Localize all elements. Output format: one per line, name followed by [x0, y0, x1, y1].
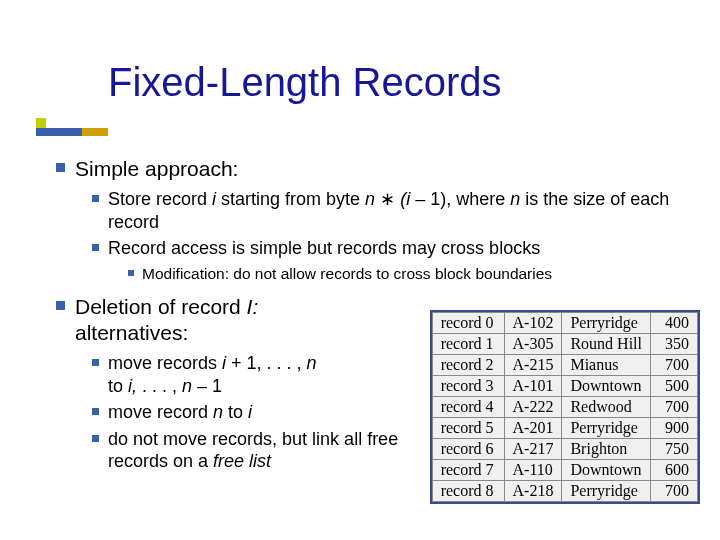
cell-acct: A-110 — [504, 460, 562, 481]
var-i: i — [222, 353, 231, 373]
var-I: I: — [247, 295, 259, 318]
table-row: record 5A-201Perryridge900 — [432, 418, 697, 439]
cell-branch: Perryridge — [562, 418, 651, 439]
records-table: record 0A-102Perryridge400record 1A-305R… — [430, 310, 700, 504]
cell-branch: Perryridge — [562, 481, 651, 502]
section1-item2: Record access is simple but records may … — [108, 237, 540, 260]
table-row: record 2A-215Mianus700 — [432, 355, 697, 376]
section1-item1: Store record i starting from byte n ∗ (i… — [108, 188, 682, 233]
section1-item2a: Modification: do not allow records to cr… — [142, 264, 552, 284]
cell-balance: 700 — [651, 481, 698, 502]
cell-label: record 7 — [432, 460, 504, 481]
text: – 1), where — [415, 189, 510, 209]
bullet-icon — [92, 435, 99, 442]
table-row: record 6A-217Brighton750 — [432, 439, 697, 460]
cell-branch: Mianus — [562, 355, 651, 376]
deco-blue-bar — [36, 128, 82, 136]
text: . . . , — [142, 376, 182, 396]
bullet-icon — [92, 195, 99, 202]
cell-branch: Brighton — [562, 439, 651, 460]
cell-branch: Downtown — [562, 376, 651, 397]
cell-acct: A-218 — [504, 481, 562, 502]
bullet-icon — [92, 244, 99, 251]
cell-label: record 2 — [432, 355, 504, 376]
cell-balance: 400 — [651, 313, 698, 334]
var-n: n — [213, 402, 228, 422]
cell-label: record 5 — [432, 418, 504, 439]
text: starting from byte — [221, 189, 365, 209]
table-row: record 4A-222Redwood700 — [432, 397, 697, 418]
text: Deletion of record — [75, 295, 247, 318]
var-i: i — [212, 189, 221, 209]
var-n: n — [510, 189, 525, 209]
cell-balance: 350 — [651, 334, 698, 355]
cell-label: record 1 — [432, 334, 504, 355]
var-n: n — [182, 376, 197, 396]
cell-acct: A-305 — [504, 334, 562, 355]
cell-balance: 750 — [651, 439, 698, 460]
cell-acct: A-102 — [504, 313, 562, 334]
bullet-icon — [92, 408, 99, 415]
var-i: i, — [128, 376, 142, 396]
cell-branch: Downtown — [562, 460, 651, 481]
cell-label: record 3 — [432, 376, 504, 397]
cell-label: record 8 — [432, 481, 504, 502]
cell-label: record 0 — [432, 313, 504, 334]
cell-acct: A-201 — [504, 418, 562, 439]
section2-item1: move records i + 1, . . . , n to i, . . … — [108, 352, 448, 397]
cell-balance: 900 — [651, 418, 698, 439]
var-n: n — [307, 353, 317, 373]
cell-acct: A-222 — [504, 397, 562, 418]
cell-acct: A-101 — [504, 376, 562, 397]
var-i: (i — [400, 189, 415, 209]
cell-label: record 6 — [432, 439, 504, 460]
text: to — [228, 402, 248, 422]
cell-branch: Perryridge — [562, 313, 651, 334]
cell-balance: 600 — [651, 460, 698, 481]
bullet-icon — [56, 301, 65, 310]
text: move record — [108, 402, 213, 422]
text: Store record — [108, 189, 212, 209]
section1-heading: Simple approach: — [75, 156, 238, 182]
text: to — [108, 376, 128, 396]
cell-branch: Round Hill — [562, 334, 651, 355]
op-star: ∗ — [380, 189, 400, 209]
var-i: i — [248, 402, 252, 422]
table-row: record 3A-101Downtown500 — [432, 376, 697, 397]
deco-yellow-square — [36, 118, 46, 128]
cell-acct: A-217 — [504, 439, 562, 460]
table-row: record 1A-305Round Hill350 — [432, 334, 697, 355]
cell-acct: A-215 — [504, 355, 562, 376]
term-free-list: free list — [213, 451, 271, 471]
section2-item3: do not move records, but link all free r… — [108, 428, 448, 473]
text: move records — [108, 353, 222, 373]
bullet-icon — [56, 163, 65, 172]
cell-balance: 700 — [651, 355, 698, 376]
cell-label: record 4 — [432, 397, 504, 418]
cell-balance: 500 — [651, 376, 698, 397]
text: + 1, . . . , — [231, 353, 307, 373]
cell-balance: 700 — [651, 397, 698, 418]
table-row: record 8A-218Perryridge700 — [432, 481, 697, 502]
text: – 1 — [197, 376, 222, 396]
table-row: record 0A-102Perryridge400 — [432, 313, 697, 334]
var-n: n — [365, 189, 380, 209]
text: alternatives: — [75, 321, 188, 344]
bullet-icon — [128, 270, 134, 276]
bullet-icon — [92, 359, 99, 366]
cell-branch: Redwood — [562, 397, 651, 418]
slide-title: Fixed-Length Records — [108, 60, 502, 105]
table-row: record 7A-110Downtown600 — [432, 460, 697, 481]
deco-gold-bar — [82, 128, 108, 136]
section2-heading: Deletion of record I: alternatives: — [75, 294, 415, 347]
section2-item2: move record n to i — [108, 401, 448, 424]
